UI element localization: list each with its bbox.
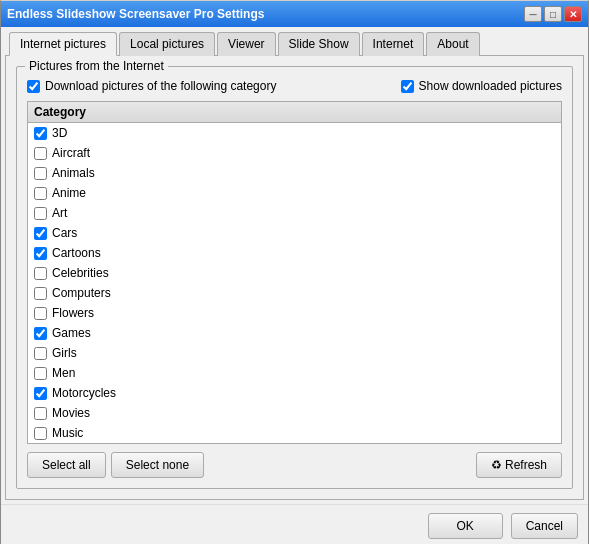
- refresh-button[interactable]: ♻ Refresh: [476, 452, 562, 478]
- minimize-button[interactable]: ─: [524, 6, 542, 22]
- list-item[interactable]: Girls: [28, 343, 561, 363]
- group-top-controls: Download pictures of the following categ…: [27, 79, 562, 93]
- category-checkbox[interactable]: [34, 167, 47, 180]
- maximize-button[interactable]: □: [544, 6, 562, 22]
- show-checkbox[interactable]: [401, 80, 414, 93]
- list-item[interactable]: Anime: [28, 183, 561, 203]
- category-checkbox[interactable]: [34, 367, 47, 380]
- category-label: 3D: [52, 126, 67, 140]
- list-item[interactable]: Art: [28, 203, 561, 223]
- list-item[interactable]: Movies: [28, 403, 561, 423]
- category-header: Category: [28, 102, 561, 123]
- list-item[interactable]: Animals: [28, 163, 561, 183]
- tab-viewer[interactable]: Viewer: [217, 32, 275, 56]
- bottom-bar-left: Select all Select none: [27, 452, 204, 478]
- tab-local-pictures[interactable]: Local pictures: [119, 32, 215, 56]
- category-checkbox[interactable]: [34, 427, 47, 440]
- category-label: Computers: [52, 286, 111, 300]
- category-checkbox[interactable]: [34, 287, 47, 300]
- list-item[interactable]: Aircraft: [28, 143, 561, 163]
- category-label: Games: [52, 326, 91, 340]
- category-label: Men: [52, 366, 75, 380]
- window-title: Endless Slideshow Screensaver Pro Settin…: [7, 7, 264, 21]
- category-checkbox[interactable]: [34, 267, 47, 280]
- category-label: Cartoons: [52, 246, 101, 260]
- list-item[interactable]: 3D: [28, 123, 561, 143]
- list-item[interactable]: Cartoons: [28, 243, 561, 263]
- ok-button[interactable]: OK: [428, 513, 503, 539]
- category-label: Aircraft: [52, 146, 90, 160]
- window: Endless Slideshow Screensaver Pro Settin…: [0, 0, 589, 544]
- list-item[interactable]: Motorcycles: [28, 383, 561, 403]
- bottom-bar: Select all Select none ♻ Refresh: [27, 452, 562, 478]
- category-checkbox[interactable]: [34, 327, 47, 340]
- category-list-container: Category 3DAircraftAnimalsAnimeArtCarsCa…: [27, 101, 562, 444]
- category-checkbox[interactable]: [34, 347, 47, 360]
- tab-internet-pictures[interactable]: Internet pictures: [9, 32, 117, 56]
- list-item[interactable]: Cars: [28, 223, 561, 243]
- main-panel: Pictures from the Internet Download pict…: [5, 56, 584, 500]
- list-item[interactable]: Celebrities: [28, 263, 561, 283]
- select-all-button[interactable]: Select all: [27, 452, 106, 478]
- category-label: Girls: [52, 346, 77, 360]
- select-none-button[interactable]: Select none: [111, 452, 204, 478]
- category-label: Flowers: [52, 306, 94, 320]
- window-content: Internet pictures Local pictures Viewer …: [1, 27, 588, 504]
- category-checkbox[interactable]: [34, 387, 47, 400]
- category-checkbox[interactable]: [34, 127, 47, 140]
- category-checkbox[interactable]: [34, 187, 47, 200]
- category-list[interactable]: Category 3DAircraftAnimalsAnimeArtCarsCa…: [28, 102, 561, 443]
- group-box-title: Pictures from the Internet: [25, 59, 168, 73]
- footer: OK Cancel: [1, 504, 588, 544]
- close-button[interactable]: ✕: [564, 6, 582, 22]
- category-label: Anime: [52, 186, 86, 200]
- list-item[interactable]: Computers: [28, 283, 561, 303]
- category-label: Movies: [52, 406, 90, 420]
- title-bar-buttons: ─ □ ✕: [524, 6, 582, 22]
- category-checkbox[interactable]: [34, 207, 47, 220]
- list-item[interactable]: Games: [28, 323, 561, 343]
- show-checkbox-label[interactable]: Show downloaded pictures: [401, 79, 562, 93]
- download-checkbox[interactable]: [27, 80, 40, 93]
- category-label: Animals: [52, 166, 95, 180]
- list-item[interactable]: Music: [28, 423, 561, 443]
- list-item[interactable]: Flowers: [28, 303, 561, 323]
- group-box: Pictures from the Internet Download pict…: [16, 66, 573, 489]
- category-checkbox[interactable]: [34, 407, 47, 420]
- list-item[interactable]: Men: [28, 363, 561, 383]
- category-checkbox[interactable]: [34, 227, 47, 240]
- category-checkbox[interactable]: [34, 307, 47, 320]
- title-bar: Endless Slideshow Screensaver Pro Settin…: [1, 1, 588, 27]
- tab-about[interactable]: About: [426, 32, 479, 56]
- category-label: Motorcycles: [52, 386, 116, 400]
- cancel-button[interactable]: Cancel: [511, 513, 578, 539]
- category-label: Art: [52, 206, 67, 220]
- download-checkbox-label[interactable]: Download pictures of the following categ…: [27, 79, 276, 93]
- category-checkbox[interactable]: [34, 147, 47, 160]
- tab-internet[interactable]: Internet: [362, 32, 425, 56]
- category-label: Cars: [52, 226, 77, 240]
- category-label: Music: [52, 426, 83, 440]
- refresh-icon: ♻: [491, 458, 505, 472]
- tab-slide-show[interactable]: Slide Show: [278, 32, 360, 56]
- category-checkbox[interactable]: [34, 247, 47, 260]
- tab-bar: Internet pictures Local pictures Viewer …: [5, 31, 584, 56]
- category-label: Celebrities: [52, 266, 109, 280]
